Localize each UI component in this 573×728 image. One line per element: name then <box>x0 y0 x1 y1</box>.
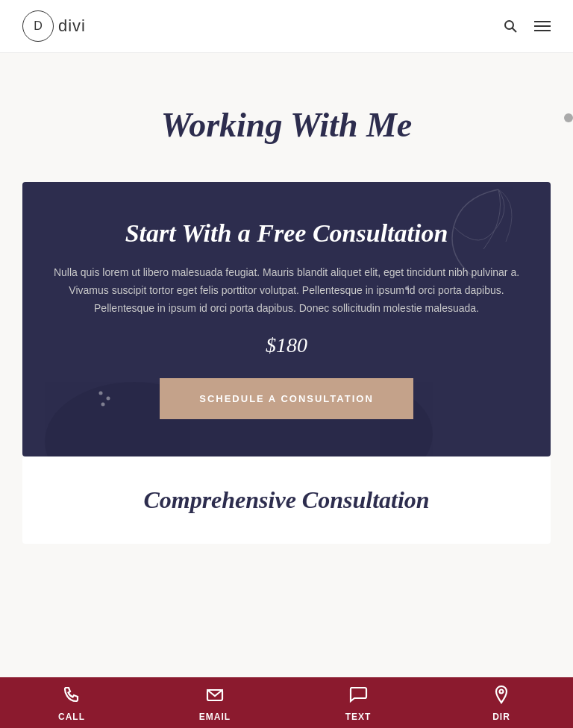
svg-line-1 <box>513 28 517 33</box>
svg-point-4 <box>101 403 105 407</box>
free-consultation-card: Start With a Free Consultation Nulla qui… <box>22 182 551 456</box>
comp-card-title: Comprehensive Consultation <box>52 486 521 514</box>
menu-button[interactable] <box>534 21 551 31</box>
free-card-description: Nulla quis lorem ut libero malesuada feu… <box>52 264 521 317</box>
page-title: Working With Me <box>22 105 551 145</box>
logo-name: divi <box>58 16 86 36</box>
header-icons <box>503 19 551 34</box>
text-label: TEXT <box>345 712 372 722</box>
nav-text[interactable]: TEXT <box>286 685 430 722</box>
free-card-title: Start With a Free Consultation <box>52 219 521 248</box>
phone-icon <box>62 685 81 709</box>
schedule-consultation-button[interactable]: SCHEDULE A CONSULTATION <box>160 378 413 419</box>
logo-circle: D <box>22 10 54 42</box>
search-icon <box>503 19 518 34</box>
svg-point-3 <box>107 397 110 401</box>
email-label: EMAIL <box>199 712 231 722</box>
bottom-navigation: CALL EMAIL TEXT DIR <box>0 677 573 728</box>
nav-dir[interactable]: DIR <box>430 685 573 722</box>
free-card-price: $180 <box>52 333 521 357</box>
svg-point-9 <box>500 690 504 694</box>
search-button[interactable] <box>503 19 518 34</box>
scroll-indicator <box>564 113 573 122</box>
nav-email[interactable]: EMAIL <box>143 685 286 722</box>
dir-label: DIR <box>492 712 510 722</box>
logo[interactable]: D divi <box>22 10 86 42</box>
hamburger-icon <box>534 21 551 31</box>
dots-decoration <box>97 389 119 412</box>
svg-point-0 <box>505 21 513 29</box>
cards-section: Start With a Free Consultation Nulla qui… <box>0 182 573 566</box>
svg-point-2 <box>99 392 103 395</box>
call-label: CALL <box>58 712 85 722</box>
comprehensive-consultation-card: Comprehensive Consultation <box>22 456 551 544</box>
chat-icon <box>348 685 368 709</box>
header: D divi <box>0 0 573 53</box>
email-icon <box>205 685 225 709</box>
nav-call[interactable]: CALL <box>0 685 143 722</box>
page-title-section: Working With Me <box>0 53 573 182</box>
location-icon <box>492 685 511 709</box>
